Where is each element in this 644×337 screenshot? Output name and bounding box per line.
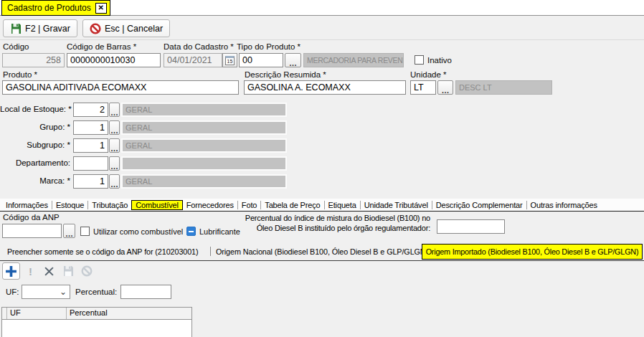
grupo-code-field[interactable] — [73, 120, 108, 135]
tab-outras-informacoes[interactable]: Outras informações — [527, 200, 601, 210]
utilizar-como-combustivel-checkbox[interactable] — [80, 227, 90, 236]
tipo-produto-desc-field: MERCADORIA PARA REVENDA — [303, 53, 404, 67]
tab-descricao-complementar[interactable]: Descrição Complementar — [432, 200, 526, 210]
codigo-anp-field[interactable] — [2, 224, 62, 238]
inativo-checkbox[interactable] — [415, 55, 424, 65]
grid-body — [2, 320, 191, 337]
delete-x-icon — [44, 266, 55, 277]
subgrupo-desc-field: GERAL — [121, 138, 287, 153]
tab-tabela-de-preco[interactable]: Tabela de Preço — [261, 200, 323, 210]
tab-tributacao[interactable]: Tributação — [88, 200, 131, 210]
grid-header-uf: UF — [7, 308, 67, 319]
marca-label: Marca: * — [0, 176, 70, 185]
subtab-origem-nacional[interactable]: Origem Nacional (Biodiesel B100, Óleo Di… — [216, 247, 428, 256]
codigo-field — [2, 53, 65, 67]
tab-cadastro-de-produtos[interactable]: Cadastro de Produtos ✕ — [1, 0, 110, 16]
subgrupo-lookup-button[interactable]: … — [109, 138, 120, 153]
descricao-resumida-label: Descrição Resumida * — [245, 70, 326, 79]
percentual-label: Percentual: — [75, 288, 117, 296]
save-button[interactable]: F2 | Gravar — [3, 19, 77, 37]
local-estoque-desc-field: GERAL — [121, 103, 287, 117]
local-estoque-code-field[interactable] — [73, 103, 108, 117]
cadastro-de-produtos-window: Cadastro de Produtos ✕ F2 | Gravar — [0, 0, 644, 337]
departamento-desc-field — [121, 156, 287, 171]
subgrupo-code-field[interactable] — [73, 138, 108, 153]
tab-fornecedores[interactable]: Fornecedores — [183, 200, 237, 210]
local-estoque-lookup-button[interactable]: … — [109, 103, 120, 117]
departamento-lookup-button[interactable]: … — [109, 156, 120, 171]
subtab-origem-importado[interactable]: Origem Importado (Biodiesel B100, Óleo D… — [422, 244, 643, 260]
cancel-button-label: Esc | Cancelar — [105, 24, 163, 34]
biodiesel-note: Percentual do índice de mistura do Biodi… — [215, 213, 430, 233]
tipo-produto-code-field[interactable] — [239, 53, 283, 67]
unidade-code-field[interactable] — [410, 80, 436, 95]
tab-combustivel[interactable]: Combustível — [131, 200, 182, 210]
cancel-row-prohibition-icon — [81, 265, 93, 277]
tab-informacoes[interactable]: Informações — [2, 200, 52, 210]
descricao-resumida-field[interactable] — [244, 80, 406, 95]
produto-field[interactable] — [2, 80, 239, 95]
calendar-icon: 15 — [225, 56, 235, 65]
utilizar-como-combustivel-label: Utilizar como combustível — [93, 227, 183, 236]
departamento-code-field[interactable] — [73, 156, 108, 171]
percentual-field[interactable] — [120, 285, 171, 299]
product-tab-strip: Informações Estoque Tributação Combustív… — [0, 199, 644, 212]
grupo-desc-field: GERAL — [121, 120, 287, 135]
tab-estoque[interactable]: Estoque — [52, 200, 87, 210]
delete-row-button[interactable] — [40, 262, 58, 280]
save-row-button[interactable] — [59, 262, 77, 280]
local-estoque-label: Local de Estoque: * — [0, 105, 70, 113]
produto-label: Produto * — [3, 70, 37, 79]
cancel-row-button[interactable] — [77, 262, 95, 280]
tab-title: Cadastro de Produtos — [7, 3, 91, 13]
tipo-produto-lookup-button[interactable]: … — [285, 53, 301, 67]
grupo-label: Grupo: * — [0, 123, 70, 131]
biodiesel-note-line2: Óleo Diesel B instituído pelo órgão regu… — [215, 223, 430, 233]
grid-header-row: UF Percentual — [2, 308, 191, 320]
uf-combobox[interactable]: ⌄ — [22, 285, 70, 299]
grid-selector-column — [2, 308, 7, 319]
lubrificante-checkbox[interactable] — [186, 227, 196, 236]
grupo-lookup-button[interactable]: … — [109, 120, 120, 135]
marca-code-field[interactable] — [73, 174, 108, 189]
codigo-anp-lookup-button[interactable]: … — [63, 224, 75, 238]
subtab-preencher-somente[interactable]: Preencher somente se o código da ANP for… — [7, 247, 199, 256]
document-tab-bar: Cadastro de Produtos ✕ — [0, 0, 644, 16]
codigo-anp-label: Código da ANP — [3, 213, 60, 222]
save-floppy-icon — [10, 23, 22, 34]
uf-label: UF: — [6, 288, 19, 296]
add-row-button[interactable] — [2, 262, 20, 280]
exclamation-icon: ! — [29, 265, 32, 277]
close-icon[interactable]: ✕ — [95, 3, 107, 14]
save-button-label: F2 | Gravar — [25, 24, 70, 34]
biodiesel-percentual-field[interactable] — [437, 219, 505, 234]
subtab-bottom-border — [0, 260, 644, 261]
inativo-label: Inativo — [427, 56, 452, 65]
chevron-down-icon: ⌄ — [60, 289, 67, 295]
data-cadastro-field[interactable] — [164, 53, 222, 67]
edit-row-button[interactable]: ! — [22, 262, 39, 280]
cancel-button[interactable]: Esc | Cancelar — [82, 19, 170, 37]
codigo-barras-label: Código de Barras * — [67, 42, 136, 51]
tab-etiqueta[interactable]: Etiqueta — [325, 200, 360, 210]
marca-lookup-button[interactable]: … — [109, 174, 120, 189]
departamento-label: Departamento: — [0, 158, 70, 167]
codigo-barras-field[interactable] — [67, 53, 161, 67]
unidade-lookup-button[interactable]: … — [437, 80, 453, 95]
unidade-label: Unidade * — [410, 70, 447, 79]
tipo-produto-label: Tipo do Produto * — [237, 42, 300, 51]
codigo-label: Código — [3, 42, 29, 51]
plus-icon — [5, 265, 17, 277]
subgrupo-label: Subgrupo: * — [0, 141, 70, 149]
uf-percentual-grid: UF Percentual — [1, 307, 192, 337]
tab-unidade-tributavel[interactable]: Unidade Tributável — [361, 200, 432, 210]
subtab-separator — [210, 247, 211, 256]
save-row-floppy-icon — [62, 265, 74, 277]
calendar-button[interactable]: 15 — [222, 53, 237, 67]
tab-foto[interactable]: Foto — [238, 200, 260, 210]
data-cadastro-label: Data do Cadastro * — [164, 42, 234, 51]
grid-header-percentual: Percentual — [67, 308, 191, 319]
biodiesel-note-line1: Percentual do índice de mistura do Biodi… — [215, 213, 430, 223]
unidade-desc-field: DESC LT — [455, 80, 552, 95]
marca-desc-field: GERAL — [121, 174, 287, 189]
